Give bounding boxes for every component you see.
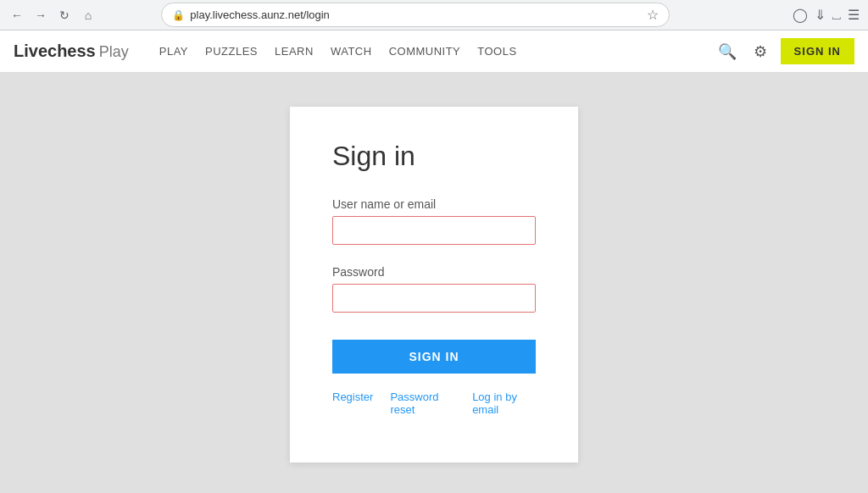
login-by-email-link[interactable]: Log in by email — [472, 391, 536, 416]
search-button[interactable]: 🔍 — [715, 39, 740, 64]
password-label: Password — [332, 265, 536, 279]
nav-links: PLAY PUZZLES LEARN WATCH COMMUNITY TOOLS — [153, 40, 524, 63]
nav-tools[interactable]: TOOLS — [470, 40, 523, 63]
nav-puzzles[interactable]: PUZZLES — [198, 40, 264, 63]
register-link[interactable]: Register — [332, 391, 373, 416]
signin-submit-button[interactable]: SIGN IN — [332, 340, 536, 374]
extensions-icon[interactable]: ⎵ — [832, 8, 841, 23]
main-content: Sign in User name or email Password SIGN… — [0, 73, 868, 493]
navbar-signin-button[interactable]: SIGN IN — [781, 38, 854, 64]
username-form-group: User name or email — [332, 197, 536, 245]
signin-card: Sign in User name or email Password SIGN… — [290, 107, 578, 463]
brand-logo: Livechess Play — [14, 42, 129, 61]
nav-play[interactable]: PLAY — [153, 40, 195, 63]
forward-button[interactable]: → — [32, 7, 49, 24]
nav-learn[interactable]: LEARN — [268, 40, 320, 63]
browser-right-icons: ◯ ⇓ ⎵ ☰ — [793, 7, 860, 23]
signin-links: Register Password reset Log in by email — [332, 391, 536, 416]
back-button[interactable]: ← — [8, 7, 25, 24]
download-icon[interactable]: ⇓ — [815, 7, 826, 23]
settings-button[interactable]: ⚙ — [750, 39, 771, 64]
reload-button[interactable]: ↻ — [56, 7, 73, 24]
bookmark-icon: ☆ — [647, 7, 659, 23]
password-input[interactable] — [332, 284, 536, 313]
password-form-group: Password — [332, 265, 536, 313]
pocket-icon[interactable]: ◯ — [793, 7, 808, 23]
address-bar[interactable]: 🔒 play.livechess.aunz.net/login ☆ — [161, 3, 670, 27]
app-navbar: Livechess Play PLAY PUZZLES LEARN WATCH … — [0, 30, 868, 73]
nav-community[interactable]: COMMUNITY — [382, 40, 468, 63]
url-text: play.livechess.aunz.net/login — [190, 8, 330, 21]
signin-title: Sign in — [332, 141, 536, 172]
navbar-right: 🔍 ⚙ SIGN IN — [715, 38, 854, 64]
browser-chrome: ← → ↻ ⌂ 🔒 play.livechess.aunz.net/login … — [0, 0, 868, 30]
menu-icon[interactable]: ☰ — [848, 7, 860, 23]
home-button[interactable]: ⌂ — [80, 7, 97, 24]
brand-play-text: Play — [99, 43, 129, 61]
username-label: User name or email — [332, 197, 536, 211]
brand-live-text: Livechess — [14, 42, 96, 61]
security-icon: 🔒 — [172, 9, 185, 21]
nav-watch[interactable]: WATCH — [324, 40, 379, 63]
username-input[interactable] — [332, 216, 536, 245]
password-reset-link[interactable]: Password reset — [390, 391, 455, 416]
